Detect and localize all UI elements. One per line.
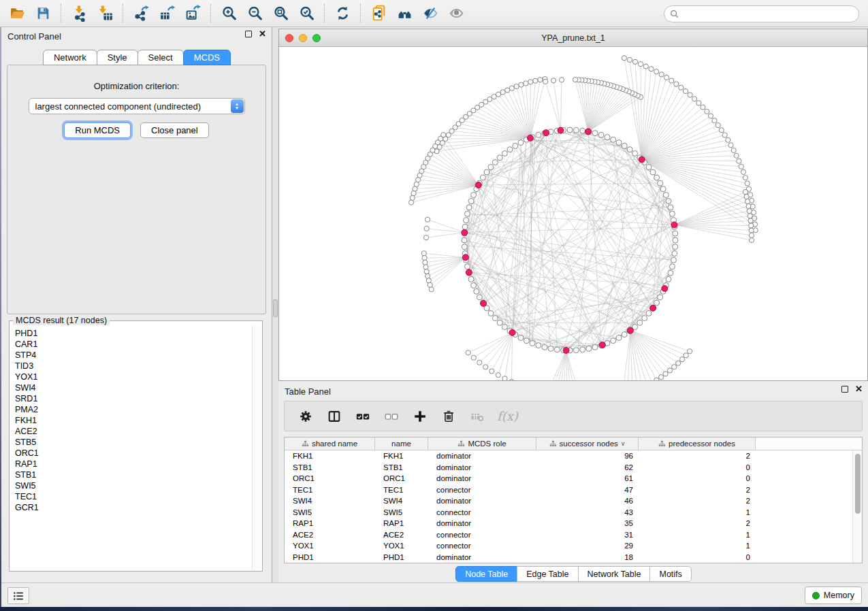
float-panel-icon[interactable] (841, 386, 848, 393)
zoom-in-icon[interactable] (216, 3, 242, 24)
table-row[interactable]: TEC1TEC1connector472 (285, 484, 852, 496)
cell-successor-nodes[interactable]: 96 (536, 452, 639, 460)
mcds-result-item[interactable]: RAP1 (15, 459, 251, 469)
tab-node-table[interactable]: Node Table (455, 566, 517, 582)
tab-network[interactable]: Network (43, 50, 97, 65)
task-history-button[interactable] (7, 587, 29, 604)
cell-predecessor-nodes[interactable]: 0 (639, 553, 756, 561)
table-row[interactable]: YOX1YOX1connector291 (285, 540, 852, 552)
cell-mcds-role[interactable]: dominator (428, 474, 536, 482)
mcds-result-item[interactable]: SWI5 (15, 480, 251, 491)
memory-button[interactable]: Memory (805, 587, 862, 604)
mcds-result-item[interactable]: SWI4 (15, 382, 251, 393)
mcds-result-item[interactable]: ORC1 (15, 448, 251, 459)
cell-successor-nodes[interactable]: 31 (536, 531, 639, 539)
zoom-out-icon[interactable] (242, 3, 268, 24)
find-binoculars-icon[interactable] (391, 3, 417, 24)
select-all-checkboxes-icon[interactable] (354, 408, 371, 425)
mcds-result-item[interactable]: PHD1 (15, 328, 251, 339)
cell-shared-name[interactable]: RAP1 (285, 519, 375, 527)
cell-name[interactable]: FKH1 (375, 452, 428, 460)
table-row[interactable]: RAP1RAP1dominator352 (285, 518, 852, 529)
cell-successor-nodes[interactable]: 18 (536, 553, 639, 561)
cell-name[interactable]: TEC1 (375, 486, 428, 494)
table-row[interactable]: SWI4SWI4dominator462 (285, 495, 852, 507)
cell-successor-nodes[interactable]: 35 (536, 519, 639, 527)
run-mcds-button[interactable]: Run MCDS (64, 122, 131, 138)
close-panel-icon[interactable]: ✕ (259, 31, 266, 37)
close-panel-icon[interactable]: ✕ (855, 386, 863, 393)
mcds-result-item[interactable]: TEC1 (15, 491, 251, 502)
cell-predecessor-nodes[interactable]: 0 (639, 474, 756, 482)
import-table-icon[interactable] (92, 3, 118, 24)
mcds-result-item[interactable]: PMA2 (15, 404, 251, 415)
cell-mcds-role[interactable]: connector (428, 531, 536, 539)
table-row[interactable]: SWI5SWI5connector431 (285, 507, 852, 518)
column-header-successor-nodes[interactable]: successor nodes∨ (536, 437, 639, 450)
window-close-icon[interactable] (285, 34, 293, 42)
refresh-icon[interactable] (329, 3, 355, 24)
export-image-icon[interactable] (180, 3, 206, 24)
cell-shared-name[interactable]: TEC1 (285, 486, 375, 494)
cell-predecessor-nodes[interactable]: 0 (639, 463, 756, 472)
cell-mcds-role[interactable]: dominator (428, 553, 536, 561)
cell-name[interactable]: PHD1 (375, 553, 428, 561)
cell-mcds-role[interactable]: connector (428, 508, 536, 516)
cell-shared-name[interactable]: SWI5 (285, 508, 375, 516)
cell-successor-nodes[interactable]: 29 (536, 542, 639, 550)
cell-name[interactable]: RAP1 (375, 519, 428, 527)
cell-shared-name[interactable]: ORC1 (285, 474, 375, 482)
mcds-result-item[interactable]: YOX1 (15, 371, 251, 382)
splitter-handle[interactable] (273, 299, 278, 317)
table-row[interactable]: ACE2ACE2connector311 (285, 529, 852, 541)
table-row[interactable]: ORC1ORC1dominator610 (285, 473, 852, 484)
mcds-result-item[interactable]: FKH1 (15, 415, 251, 426)
column-header-shared-name[interactable]: shared name (285, 437, 375, 450)
tab-edge-table[interactable]: Edge Table (517, 566, 578, 582)
cell-predecessor-nodes[interactable]: 2 (639, 519, 756, 527)
search-input[interactable] (682, 10, 853, 19)
cell-shared-name[interactable]: PHD1 (285, 553, 375, 561)
column-settings-gear-icon[interactable] (297, 408, 314, 425)
save-session-icon[interactable] (30, 3, 56, 24)
table-scrollbar[interactable] (852, 450, 862, 563)
tab-select[interactable]: Select (138, 50, 184, 65)
tab-motifs[interactable]: Motifs (649, 566, 691, 582)
mcds-result-item[interactable]: STP4 (15, 350, 251, 361)
cell-name[interactable]: SWI4 (375, 497, 428, 505)
cell-shared-name[interactable]: SWI4 (285, 497, 375, 505)
zoom-selected-icon[interactable] (293, 3, 319, 24)
mcds-result-item[interactable]: GCR1 (15, 502, 251, 513)
cell-successor-nodes[interactable]: 61 (536, 474, 639, 482)
cell-name[interactable]: YOX1 (375, 542, 428, 550)
table-row[interactable]: FKH1FKH1dominator962 (285, 450, 852, 462)
cell-mcds-role[interactable]: connector (428, 486, 536, 494)
cell-successor-nodes[interactable]: 43 (536, 508, 639, 516)
cell-successor-nodes[interactable]: 47 (536, 486, 639, 494)
cell-successor-nodes[interactable]: 46 (536, 497, 639, 505)
mcds-result-item[interactable]: SRD1 (15, 393, 251, 404)
zoom-fit-icon[interactable] (268, 3, 293, 24)
open-session-icon[interactable] (4, 3, 30, 24)
tab-style[interactable]: Style (97, 50, 138, 65)
cell-predecessor-nodes[interactable]: 2 (639, 452, 756, 460)
cell-shared-name[interactable]: STB1 (285, 463, 375, 472)
cell-predecessor-nodes[interactable]: 2 (639, 497, 756, 505)
tab-network-table[interactable]: Network Table (578, 566, 651, 582)
vertical-splitter[interactable] (272, 27, 278, 582)
export-table-icon[interactable] (154, 3, 180, 24)
mcds-result-item[interactable]: STB1 (15, 469, 251, 480)
optimization-criterion-select[interactable]: largest connected component (undirected)… (29, 98, 245, 114)
cell-predecessor-nodes[interactable]: 1 (639, 508, 756, 516)
cell-shared-name[interactable]: FKH1 (285, 452, 375, 460)
cell-mcds-role[interactable]: connector (428, 542, 536, 550)
mcds-result-item[interactable]: ACE2 (15, 426, 251, 437)
mcds-result-list[interactable]: PHD1CAR1STP4TID3YOX1SWI4SRD1PMA2FKH1ACE2… (10, 327, 251, 570)
add-column-icon[interactable] (411, 408, 428, 425)
cell-predecessor-nodes[interactable]: 2 (639, 486, 756, 494)
column-header-name[interactable]: name (375, 437, 428, 450)
export-network-icon[interactable] (128, 3, 154, 24)
window-maximize-icon[interactable] (312, 34, 321, 42)
mcds-result-item[interactable]: STB5 (15, 437, 251, 448)
cell-predecessor-nodes[interactable]: 1 (639, 542, 756, 550)
